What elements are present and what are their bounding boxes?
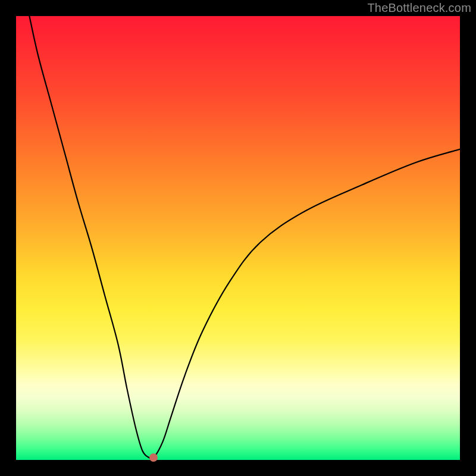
watermark-text: TheBottleneck.com [367,1,471,15]
chart-stage: TheBottleneck.com [0,0,476,476]
plot-area [16,16,460,460]
bottleneck-curve [29,16,460,459]
minimum-point-marker [149,453,158,462]
chart-svg [16,16,460,460]
